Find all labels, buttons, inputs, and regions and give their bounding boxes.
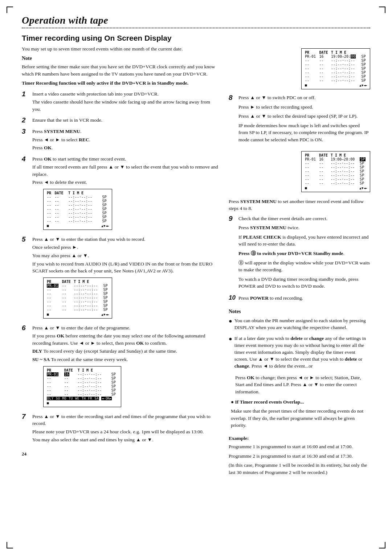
step-5-content: Press ▲ or ▼ to enter the station that y… [32, 236, 219, 321]
bullet-icon-2: ● [229, 335, 232, 343]
step-8-num: 8 [229, 94, 237, 102]
step-9-content: Check that the timer event details are c… [238, 215, 370, 292]
osd-table-step4: PRDATET I M E ------:--·--:--SP ------:-… [43, 189, 112, 230]
bullet-icon-1: ● [229, 317, 232, 325]
osd-table-step8-top: PRDATET I M E PR-0116 19:00–20:00 SP ---… [301, 48, 370, 89]
note-item-1: ● You can obtain the PR number assigned … [229, 317, 370, 333]
step-1-num: 1 [22, 90, 30, 98]
step-10-content: Press POWER to end recording. [238, 295, 370, 304]
step-6-content: Press ▲ or ▼ to enter the date of the pr… [32, 324, 219, 410]
step-1: 1 Insert a video cassette with protectio… [22, 90, 219, 114]
step-3-num: 3 [22, 128, 30, 135]
section-title: Timer recording using On Screen Display [22, 33, 370, 42]
step-6-num: 6 [22, 324, 30, 332]
step-10: 10 Press POWER to end recording. [229, 295, 370, 304]
note-item-2: ● If at a later date you wish to delete … [229, 335, 370, 372]
corner-mark-tr [379, 7, 385, 13]
step-3-content: Press SYSTEM MENU. Press ◄ or ► to selec… [32, 128, 219, 153]
example-label: Example: [229, 435, 370, 442]
corner-mark-bl [7, 542, 13, 548]
step-7-num: 7 [22, 413, 30, 421]
step-7: 7 Press ▲ or ▼ to enter the recording st… [22, 413, 219, 445]
step-7-content: Press ▲ or ▼ to enter the recording star… [32, 413, 219, 445]
step-8-content: Press ▲ or ▼ to switch PDC on or off. Pr… [238, 94, 370, 145]
intro-text: You may set up to seven timer record eve… [22, 45, 219, 53]
osd-table-step8-bottom: PRDATET I M E PR-0116 19:00–20:00 SP ---… [301, 151, 370, 192]
example-section: Example: Programme 1 is programmed to st… [229, 435, 370, 476]
step-8: 8 Press ▲ or ▼ to switch PDC on or off. … [229, 94, 370, 145]
page-number: 24 [22, 451, 219, 457]
step-9-num: 9 [229, 215, 237, 223]
step-4-num: 4 [22, 155, 30, 163]
step-2-num: 2 [22, 117, 30, 124]
corner-mark-tl [7, 7, 13, 13]
notes-label: Notes [229, 308, 370, 315]
step-2-content: Ensure that the set is in VCR mode. [32, 117, 219, 125]
corner-mark-br [379, 542, 385, 548]
overlap-item: ● If Timer record events Overlap... Make… [229, 398, 370, 431]
step-9: 9 Check that the timer event details are… [229, 215, 370, 292]
right-column: PRDATET I M E PR-0116 19:00–20:00 SP ---… [229, 45, 370, 478]
step-5: 5 Press ▲ or ▼ to enter the station that… [22, 236, 219, 321]
step-10-num: 10 [229, 295, 237, 301]
step-5-num: 5 [22, 236, 30, 243]
notes-section: Notes ● You can obtain the PR number ass… [229, 308, 370, 476]
note-label: Note [22, 55, 219, 62]
step-4-content: Press OK to start setting the timer reco… [32, 155, 219, 233]
note-text: Before setting the timer make sure that … [22, 63, 219, 77]
note-item-2-cont: Press OK to change; then press ◄ or ► to… [235, 374, 370, 396]
osd-table-step5: PRDATET I M E PR-01----:--·--:--SP -----… [43, 278, 112, 319]
left-column: You may set up to seven timer record eve… [22, 45, 219, 478]
osd-table-step6: PRDATET I M E PR-0116--:--·--:--SP -----… [43, 366, 121, 407]
title-rule [22, 28, 370, 28]
step-4: 4 Press OK to start setting the timer re… [22, 155, 219, 233]
step-3: 3 Press SYSTEM MENU. Press ◄ or ► to sel… [22, 128, 219, 153]
step-6: 6 Press ▲ or ▼ to enter the date of the … [22, 324, 219, 410]
step-2: 2 Ensure that the set is in VCR mode. [22, 117, 219, 125]
standby-note: Timer Recording function will only activ… [22, 80, 219, 87]
page-title: Operation with tape [22, 15, 370, 26]
step-1-content: Insert a video cassette with protection … [32, 90, 219, 114]
